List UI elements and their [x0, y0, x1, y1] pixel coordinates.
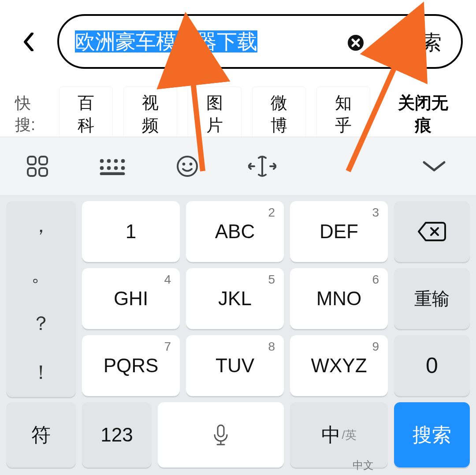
svg-point-14: [178, 157, 197, 176]
close-incognito-button[interactable]: 关闭无痕: [381, 86, 465, 142]
key-symbols[interactable]: 符: [6, 402, 76, 468]
ime-toolbar: [0, 137, 476, 195]
keypad: ， 。 ？ ！ 1 2ABC 3DEF 4GHI 5JKL 6MNO 7PQRS…: [0, 195, 476, 475]
svg-rect-17: [218, 425, 224, 437]
key-9-num: 9: [372, 340, 379, 354]
key-wxyz[interactable]: 9WXYZ: [290, 335, 388, 396]
key-mno[interactable]: 6MNO: [290, 268, 388, 329]
svg-rect-2: [39, 157, 47, 165]
svg-point-5: [100, 159, 104, 163]
search-box[interactable]: 欧洲豪车模拟器下载 搜索: [57, 14, 463, 69]
quick-search-label: 快搜:: [15, 93, 48, 136]
key-backspace[interactable]: [394, 201, 470, 262]
cursor-move-icon: [248, 155, 276, 177]
keyboard-dots-icon: [98, 157, 126, 175]
svg-point-16: [190, 163, 192, 165]
backspace-icon: [418, 222, 446, 241]
key-6-num: 6: [372, 273, 379, 287]
key-def-label: DEF: [320, 221, 358, 243]
key-3-num: 3: [372, 206, 379, 220]
mic-icon: [209, 423, 232, 446]
ime-apps-button[interactable]: [0, 137, 75, 195]
quick-chip-zhihu[interactable]: 知乎: [316, 86, 370, 142]
key-abc-label: ABC: [215, 221, 255, 243]
chevron-left-icon: [23, 33, 34, 51]
key-def[interactable]: 3DEF: [290, 201, 388, 262]
emoji-icon: [176, 155, 198, 177]
search-header: 欧洲豪车模拟器下载 搜索: [0, 0, 476, 84]
key-4-num: 4: [164, 273, 171, 287]
apps-icon: [26, 155, 49, 178]
key-jkl-label: JKL: [218, 288, 252, 310]
key-jkl[interactable]: 5JKL: [186, 268, 284, 329]
key-numeric[interactable]: 123: [82, 402, 152, 468]
punct-period[interactable]: 。: [6, 250, 76, 299]
svg-point-8: [121, 159, 125, 163]
svg-point-10: [107, 166, 111, 170]
quick-chip-weibo[interactable]: 微博: [252, 86, 306, 142]
key-language[interactable]: 中/英: [290, 402, 388, 468]
lang-sub: /英: [342, 427, 356, 443]
lang-main: 中: [321, 422, 341, 448]
key-2-num: 2: [268, 206, 275, 220]
svg-point-9: [100, 166, 104, 170]
search-query-text[interactable]: 欧洲豪车模拟器下载: [75, 30, 257, 52]
punctuation-column: ， 。 ？ ！: [6, 201, 76, 397]
ime-language-hint: 中文: [353, 458, 374, 472]
key-search[interactable]: 搜索: [394, 402, 470, 468]
key-ghi-label: GHI: [114, 288, 148, 310]
back-button[interactable]: [19, 32, 39, 52]
key-8-num: 8: [268, 340, 275, 354]
clear-input-button[interactable]: [347, 34, 364, 51]
svg-point-15: [182, 163, 185, 165]
key-tuv-label: TUV: [216, 355, 254, 377]
key-pqrs-label: PQRS: [104, 355, 159, 377]
quick-chip-baike[interactable]: 百科: [59, 86, 113, 142]
key-mno-label: MNO: [316, 288, 362, 310]
chevron-down-icon: [422, 160, 446, 173]
punct-question[interactable]: ？: [6, 299, 76, 348]
svg-rect-3: [28, 168, 36, 176]
key-zero[interactable]: 0: [394, 335, 470, 396]
key-7-num: 7: [164, 340, 171, 354]
key-1-letters: 1: [126, 221, 136, 243]
svg-point-12: [121, 166, 125, 170]
key-1[interactable]: 1: [82, 201, 180, 262]
svg-point-7: [114, 159, 118, 163]
search-button[interactable]: 搜索: [401, 29, 442, 56]
key-space-mic[interactable]: [158, 402, 284, 468]
key-wxyz-label: WXYZ: [311, 355, 367, 377]
svg-rect-13: [100, 172, 125, 175]
ime-cursor-button[interactable]: [225, 137, 300, 195]
key-ghi[interactable]: 4GHI: [82, 268, 180, 329]
key-retype[interactable]: 重输: [394, 268, 470, 329]
quick-chip-video[interactable]: 视频: [123, 86, 177, 142]
punct-exclamation[interactable]: ！: [6, 348, 76, 397]
key-5-num: 5: [268, 273, 275, 287]
ime-emoji-button[interactable]: [150, 137, 225, 195]
close-circle-icon: [347, 34, 364, 51]
key-abc[interactable]: 2ABC: [186, 201, 284, 262]
ime-collapse-button[interactable]: [392, 137, 476, 195]
svg-rect-1: [28, 157, 36, 165]
key-tuv[interactable]: 8TUV: [186, 335, 284, 396]
svg-point-6: [107, 159, 111, 163]
quick-chip-image[interactable]: 图片: [188, 86, 242, 142]
quick-search-row: 快搜: 百科 视频 图片 微博 知乎 关闭无痕: [0, 94, 476, 135]
svg-point-11: [114, 166, 118, 170]
punct-comma[interactable]: ，: [6, 201, 76, 250]
svg-rect-4: [39, 168, 47, 176]
key-pqrs[interactable]: 7PQRS: [82, 335, 180, 396]
ime-keyboard-button[interactable]: [75, 137, 150, 195]
